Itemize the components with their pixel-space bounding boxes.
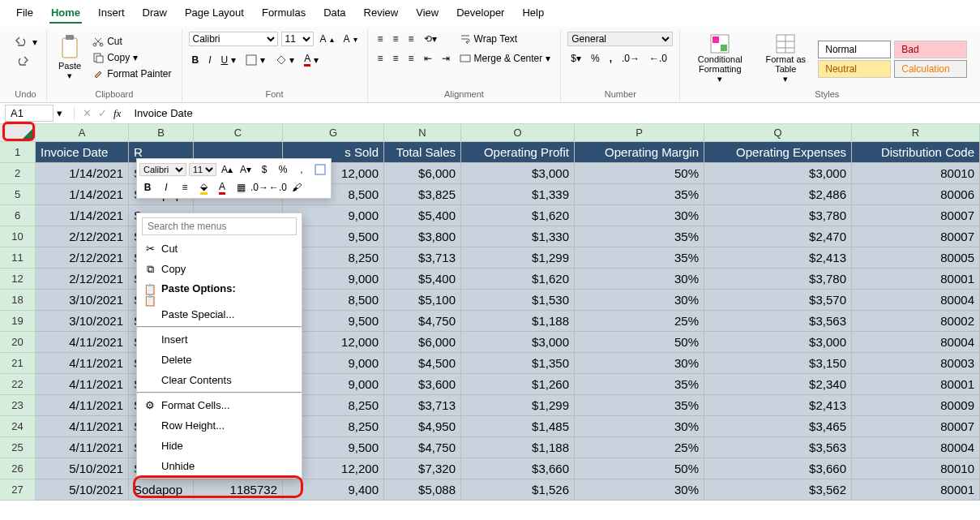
cell-N25[interactable]: $4,750	[384, 437, 461, 458]
cell-N27[interactable]: $5,088	[384, 479, 461, 501]
cell-N11[interactable]: $3,713	[384, 247, 461, 269]
cell-O5[interactable]: $1,339	[461, 184, 575, 205]
format-painter-button[interactable]: Format Painter	[89, 67, 174, 81]
row-header-12[interactable]: 12	[0, 269, 36, 290]
cell-R5[interactable]: 80006	[852, 184, 980, 205]
increase-decimal-button[interactable]: .0→	[618, 51, 643, 66]
align-left-button[interactable]: ≡	[374, 51, 387, 66]
col-header-O[interactable]: O	[461, 124, 575, 142]
header-cell-R[interactable]: Distribution Code	[852, 142, 980, 163]
cell-O26[interactable]: $3,660	[461, 458, 575, 479]
cell-N22[interactable]: $3,600	[384, 374, 461, 395]
wrap-text-button[interactable]: Wrap Text	[456, 32, 554, 46]
context-unhide[interactable]: Unhide	[137, 456, 302, 476]
mini-percent[interactable]: %	[275, 161, 291, 178]
cell-G27[interactable]: 9,400	[283, 479, 384, 501]
cell-N12[interactable]: $5,400	[384, 269, 461, 290]
cell-O25[interactable]: $1,188	[461, 437, 575, 458]
menu-data[interactable]: Data	[322, 3, 347, 24]
mini-bold[interactable]: B	[139, 179, 156, 196]
menu-developer[interactable]: Developer	[455, 3, 506, 24]
cell-N18[interactable]: $5,100	[384, 290, 461, 311]
cell-A5[interactable]: 1/14/2021	[36, 184, 129, 205]
col-header-C[interactable]: C	[194, 124, 283, 142]
cell-Q26[interactable]: $3,660	[704, 458, 852, 479]
row-header-5[interactable]: 5	[0, 184, 36, 205]
cell-O23[interactable]: $1,299	[461, 395, 575, 416]
cell-A22[interactable]: 4/11/2021	[36, 374, 129, 395]
orientation-button[interactable]: ⟲▾	[421, 32, 440, 46]
menu-help[interactable]: Help	[520, 3, 546, 24]
cancel-formula-icon[interactable]: ✕	[83, 107, 92, 119]
mini-currency[interactable]: $	[256, 161, 272, 178]
cell-R26[interactable]: 80010	[852, 458, 980, 479]
merge-center-button[interactable]: Merge & Center▾	[456, 51, 554, 66]
cell-P6[interactable]: 30%	[575, 205, 704, 226]
align-middle-button[interactable]: ≡	[390, 32, 402, 46]
cell-R27[interactable]: 80001	[852, 479, 980, 501]
cell-Q19[interactable]: $3,563	[704, 311, 852, 332]
row-header-20[interactable]: 20	[0, 332, 36, 353]
col-header-N[interactable]: N	[384, 124, 461, 142]
menu-insert[interactable]: Insert	[96, 3, 126, 24]
cell-N5[interactable]: $3,825	[384, 184, 461, 205]
cell-B27[interactable]: Sodapop	[129, 479, 194, 501]
cell-N19[interactable]: $4,750	[384, 311, 461, 332]
context-hide[interactable]: Hide	[137, 436, 302, 456]
menu-draw[interactable]: Draw	[141, 3, 169, 24]
cell-A26[interactable]: 5/10/2021	[36, 458, 129, 479]
cell-O12[interactable]: $1,620	[461, 269, 575, 290]
style-normal[interactable]: Normal	[818, 41, 891, 58]
cell-Q5[interactable]: $2,486	[704, 184, 852, 205]
percent-button[interactable]: %	[588, 51, 603, 66]
namebox-dropdown[interactable]: ▾	[57, 107, 62, 119]
name-box[interactable]	[5, 105, 53, 122]
decrease-font-button[interactable]: A▾	[340, 32, 361, 46]
cell-O19[interactable]: $1,188	[461, 311, 575, 332]
cell-O2[interactable]: $3,000	[461, 163, 575, 184]
context-copy[interactable]: ⧉Copy	[137, 259, 302, 279]
mini-font-color[interactable]: A	[214, 179, 230, 196]
cell-P26[interactable]: 50%	[575, 458, 704, 479]
fill-color-button[interactable]: ▾	[272, 53, 297, 67]
comma-button[interactable]: ,	[606, 51, 615, 66]
cell-N2[interactable]: $6,000	[384, 163, 461, 184]
row-header-27[interactable]: 27	[0, 479, 36, 501]
row-header-2[interactable]: 2	[0, 163, 36, 184]
mini-table[interactable]	[312, 161, 328, 178]
header-cell-P[interactable]: Operating Margin	[575, 142, 704, 163]
cell-P10[interactable]: 35%	[575, 226, 704, 247]
cell-A23[interactable]: 4/11/2021	[36, 395, 129, 416]
context-delete[interactable]: Delete	[137, 350, 302, 370]
cell-A19[interactable]: 3/10/2021	[36, 311, 129, 332]
menu-formulas[interactable]: Formulas	[260, 3, 307, 24]
cell-R20[interactable]: 80004	[852, 332, 980, 353]
cell-P12[interactable]: 30%	[575, 269, 704, 290]
cell-R12[interactable]: 80001	[852, 269, 980, 290]
cell-Q11[interactable]: $2,413	[704, 247, 852, 269]
cell-R22[interactable]: 80001	[852, 374, 980, 395]
cell-Q6[interactable]: $3,780	[704, 205, 852, 226]
cell-O27[interactable]: $1,526	[461, 479, 575, 501]
align-top-button[interactable]: ≡	[374, 32, 387, 46]
header-cell-Q[interactable]: Operating Expenses	[704, 142, 852, 163]
cell-R23[interactable]: 80009	[852, 395, 980, 416]
header-cell-N[interactable]: Total Sales	[384, 142, 461, 163]
cell-A10[interactable]: 2/12/2021	[36, 226, 129, 247]
cell-O6[interactable]: $1,620	[461, 205, 575, 226]
cell-R18[interactable]: 80004	[852, 290, 980, 311]
cell-N24[interactable]: $4,950	[384, 416, 461, 437]
cell-A2[interactable]: 1/14/2021	[36, 163, 129, 184]
cell-O24[interactable]: $1,485	[461, 416, 575, 437]
row-header-22[interactable]: 22	[0, 374, 36, 395]
menu-page-layout[interactable]: Page Layout	[183, 3, 246, 24]
context-insert[interactable]: Insert	[137, 329, 302, 350]
context-search-input[interactable]	[142, 217, 297, 235]
row-header-10[interactable]: 10	[0, 226, 36, 247]
cell-R25[interactable]: 80004	[852, 437, 980, 458]
menu-view[interactable]: View	[414, 3, 440, 24]
row-header-26[interactable]: 26	[0, 458, 36, 479]
menu-file[interactable]: File	[15, 3, 35, 24]
cell-A18[interactable]: 3/10/2021	[36, 290, 129, 311]
cell-N20[interactable]: $6,000	[384, 332, 461, 353]
